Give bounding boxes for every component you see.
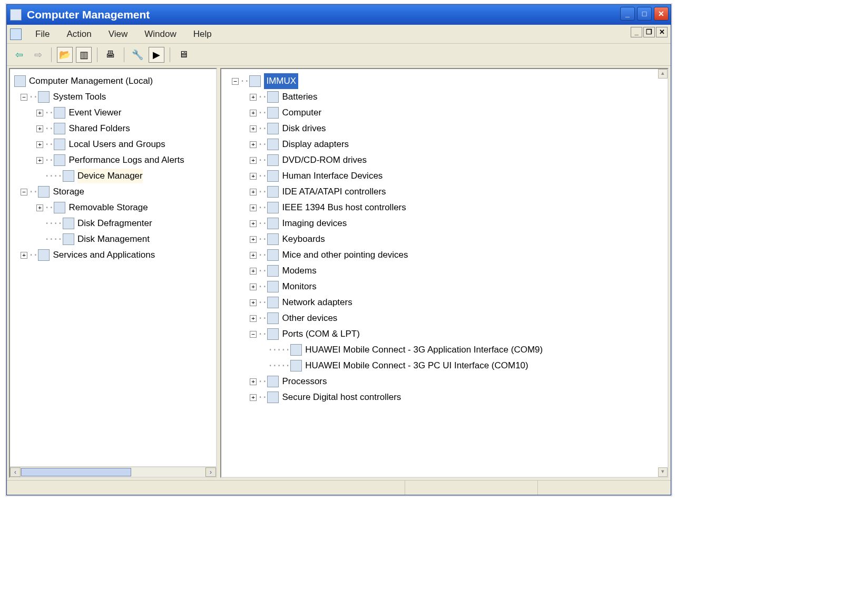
tree-item-storage[interactable]: −·· Storage [14, 184, 216, 200]
device-category-dvdcd[interactable]: +·· DVD/CD-ROM drives [232, 152, 668, 168]
mdi-close-button[interactable]: ✕ [656, 27, 668, 37]
tree-item-local-users[interactable]: +·· Local Users and Groups [14, 136, 216, 152]
device-category-network[interactable]: +·· Network adapters [232, 295, 668, 310]
mdi-minimize-button[interactable]: _ [631, 27, 642, 37]
device-category-mice[interactable]: +·· Mice and other pointing devices [232, 247, 668, 263]
mdi-restore-button[interactable]: ❐ [643, 27, 655, 37]
menu-help[interactable]: Help [185, 27, 220, 42]
device-category-processors[interactable]: +·· Processors [232, 374, 668, 389]
back-button[interactable]: ⇦ [11, 47, 27, 63]
expand-icon[interactable]: + [250, 125, 257, 132]
expand-icon[interactable]: + [250, 236, 257, 243]
expand-icon[interactable]: + [250, 283, 257, 290]
menu-file[interactable]: File [27, 27, 58, 42]
dvd-cd-icon [267, 154, 279, 166]
console-tree-pane: Computer Management (Local) −·· System T… [9, 68, 217, 478]
expand-icon[interactable]: + [250, 252, 257, 259]
expand-icon[interactable]: + [36, 141, 43, 148]
collapse-icon[interactable]: − [250, 331, 257, 338]
device-category-monitors[interactable]: +·· Monitors [232, 279, 668, 295]
device-category-modems[interactable]: +·· Modems [232, 263, 668, 279]
expand-icon[interactable]: + [250, 204, 257, 211]
collapse-icon[interactable]: − [21, 189, 27, 195]
expand-icon[interactable]: + [36, 157, 43, 164]
expand-icon[interactable]: + [250, 189, 257, 195]
scroll-up-button[interactable]: ▴ [658, 69, 668, 79]
device-category-hid[interactable]: +·· Human Interface Devices [232, 168, 668, 184]
menu-window[interactable]: Window [136, 27, 184, 42]
scroll-down-button[interactable]: ▾ [658, 467, 668, 477]
expand-icon[interactable]: + [250, 141, 257, 148]
scroll-right-button[interactable]: › [205, 467, 216, 477]
menu-view[interactable]: View [100, 27, 136, 42]
modem-icon [267, 265, 279, 277]
device-category-ide[interactable]: +·· IDE ATA/ATAPI controllers [232, 184, 668, 200]
expand-icon[interactable]: + [250, 315, 257, 322]
tree-item-disk-defrag[interactable]: ···· Disk Defragmenter [14, 216, 216, 231]
scroll-left-button[interactable]: ‹ [10, 467, 21, 477]
scroll-thumb[interactable] [21, 468, 131, 476]
tree-item-root[interactable]: Computer Management (Local) [14, 73, 216, 89]
expand-icon[interactable]: + [36, 125, 43, 132]
device-item-port-com9[interactable]: ····· HUAWEI Mobile Connect - 3G Applica… [232, 342, 668, 358]
collapse-icon[interactable]: − [232, 78, 239, 85]
expand-icon[interactable]: + [250, 299, 257, 306]
device-tree[interactable]: −·· IMMUX +·· Batteries +·· Computer +·· [221, 69, 668, 405]
device-category-sd[interactable]: +·· Secure Digital host controllers [232, 389, 668, 405]
device-category-1394[interactable]: +·· IEEE 1394 Bus host controllers [232, 200, 668, 216]
computer-icon [267, 107, 279, 119]
device-category-ports[interactable]: −·· Ports (COM & LPT) [232, 326, 668, 342]
expand-icon[interactable]: + [250, 94, 257, 101]
expand-icon[interactable]: + [21, 252, 27, 259]
device-category-imaging[interactable]: +·· Imaging devices [232, 216, 668, 231]
console-tree[interactable]: Computer Management (Local) −·· System T… [10, 69, 216, 466]
properties-button[interactable]: 🔧 [130, 47, 145, 63]
expand-icon[interactable]: + [250, 220, 257, 227]
titlebar[interactable]: Computer Management _ □ ✕ [7, 5, 671, 25]
expand-icon[interactable]: + [36, 204, 43, 211]
tree-item-event-viewer[interactable]: +·· Event Viewer [14, 105, 216, 121]
up-one-level-button[interactable]: 📂 [57, 47, 73, 63]
body-area: Computer Management (Local) −·· System T… [7, 66, 671, 480]
scan-hardware-button[interactable]: 🖥 [175, 47, 191, 63]
perf-logs-icon [54, 154, 65, 166]
device-category-display[interactable]: +·· Display adapters [232, 136, 668, 152]
device-root[interactable]: −·· IMMUX [232, 73, 668, 89]
device-label: Imaging devices [282, 216, 347, 231]
expand-icon[interactable]: + [250, 378, 257, 385]
device-category-keyboards[interactable]: +·· Keyboards [232, 231, 668, 247]
ports-icon [267, 328, 279, 340]
mdi-controls: _ ❐ ✕ [631, 27, 668, 37]
minimize-button[interactable]: _ [620, 7, 635, 21]
device-category-disk-drives[interactable]: +·· Disk drives [232, 121, 668, 136]
scroll-track[interactable] [21, 468, 205, 476]
tree-item-shared-folders[interactable]: +·· Shared Folders [14, 121, 216, 136]
device-category-other[interactable]: +·· Other devices [232, 310, 668, 326]
expand-icon[interactable]: + [250, 268, 257, 275]
expand-icon[interactable]: + [250, 394, 257, 401]
no-expand-icon [36, 220, 43, 227]
forward-button[interactable]: ⇨ [30, 47, 46, 63]
tree-item-services-apps[interactable]: +·· Services and Applications [14, 247, 216, 263]
tree-item-perf-logs[interactable]: +·· Performance Logs and Alerts [14, 152, 216, 168]
expand-icon[interactable]: + [36, 110, 43, 116]
tree-item-system-tools[interactable]: −·· System Tools [14, 89, 216, 105]
expand-icon[interactable]: + [250, 173, 257, 180]
collapse-icon[interactable]: − [21, 94, 27, 101]
tree-item-disk-mgmt[interactable]: ···· Disk Management [14, 231, 216, 247]
expand-icon[interactable]: + [250, 110, 257, 116]
refresh-button[interactable]: ▶ [149, 47, 164, 63]
print-button[interactable]: 🖶 [103, 47, 119, 63]
menu-action[interactable]: Action [58, 27, 100, 42]
device-category-batteries[interactable]: +·· Batteries [232, 89, 668, 105]
device-item-port-com10[interactable]: ····· HUAWEI Mobile Connect - 3G PC UI I… [232, 358, 668, 374]
expand-icon[interactable]: + [250, 157, 257, 164]
tree-item-removable-storage[interactable]: +·· Removable Storage [14, 200, 216, 216]
tree-label: Performance Logs and Alerts [68, 153, 184, 168]
maximize-button[interactable]: □ [637, 7, 652, 21]
device-category-computer[interactable]: +·· Computer [232, 105, 668, 121]
show-hide-tree-button[interactable]: ▥ [76, 47, 92, 63]
close-button[interactable]: ✕ [654, 7, 669, 21]
horizontal-scrollbar[interactable]: ‹ › [10, 466, 216, 477]
tree-item-device-manager[interactable]: ···· Device Manager [14, 168, 216, 184]
